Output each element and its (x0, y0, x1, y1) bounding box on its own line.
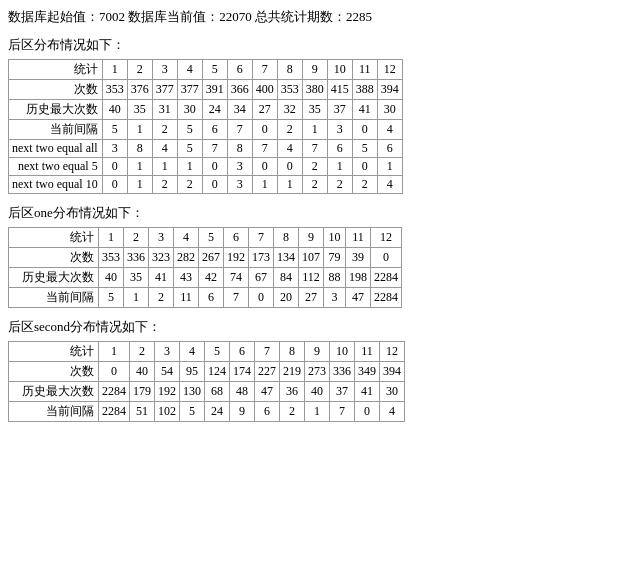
cell-value: 30 (377, 100, 402, 120)
table-row: 次数35333632328226719217313410779390 (9, 248, 402, 268)
cell-value: 1 (127, 176, 152, 194)
cell-value: 400 (252, 80, 277, 100)
cell-value: 179 (130, 382, 155, 402)
cell-value: 3 (227, 176, 252, 194)
cell-value: 1 (127, 158, 152, 176)
col-header-8: 8 (277, 60, 302, 80)
col-header-2: 2 (127, 60, 152, 80)
cell-value: 67 (249, 268, 274, 288)
cell-value: 4 (380, 402, 405, 422)
col-header-2: 2 (130, 342, 155, 362)
cell-value: 0 (202, 158, 227, 176)
cell-value: 376 (127, 80, 152, 100)
row-label: next two equal all (9, 140, 103, 158)
col-header-12: 12 (377, 60, 402, 80)
table-row: 当前间隔512567021304 (9, 120, 403, 140)
cell-value: 2 (280, 402, 305, 422)
cell-value: 68 (205, 382, 230, 402)
cell-value: 88 (324, 268, 346, 288)
cell-value: 5 (177, 140, 202, 158)
cell-value: 37 (327, 100, 352, 120)
cell-value: 1 (377, 158, 402, 176)
cell-value: 349 (355, 362, 380, 382)
cell-value: 7 (202, 140, 227, 158)
cell-value: 353 (277, 80, 302, 100)
cell-value: 323 (149, 248, 174, 268)
cell-value: 11 (174, 288, 199, 308)
section1-table: 统计123456789101112次数353376377377391366400… (8, 59, 403, 194)
cell-value: 173 (249, 248, 274, 268)
section2-title: 后区one分布情况如下： (8, 204, 632, 222)
col-header-6: 6 (230, 342, 255, 362)
col-label-header: 统计 (9, 228, 99, 248)
col-header-3: 3 (149, 228, 174, 248)
cell-value: 74 (224, 268, 249, 288)
cell-value: 366 (227, 80, 252, 100)
table-row: 历史最大次数4035414342746784112881982284 (9, 268, 402, 288)
table-row: 当前间隔2284511025249621704 (9, 402, 405, 422)
col-label-header: 统计 (9, 60, 103, 80)
cell-value: 84 (274, 268, 299, 288)
cell-value: 336 (330, 362, 355, 382)
cell-value: 336 (124, 248, 149, 268)
cell-value: 40 (130, 362, 155, 382)
cell-value: 6 (255, 402, 280, 422)
cell-value: 2284 (99, 402, 130, 422)
cell-value: 3 (327, 120, 352, 140)
cell-value: 4 (377, 120, 402, 140)
table-row: 历史最大次数22841791921306848473640374130 (9, 382, 405, 402)
cell-value: 2284 (371, 288, 402, 308)
col-header-2: 2 (124, 228, 149, 248)
cell-value: 3 (227, 158, 252, 176)
cell-value: 1 (152, 158, 177, 176)
cell-value: 41 (352, 100, 377, 120)
cell-value: 2 (327, 176, 352, 194)
cell-value: 40 (102, 100, 127, 120)
cell-value: 380 (302, 80, 327, 100)
col-header-10: 10 (327, 60, 352, 80)
cell-value: 282 (174, 248, 199, 268)
cell-value: 95 (180, 362, 205, 382)
cell-value: 3 (102, 140, 127, 158)
col-header-7: 7 (255, 342, 280, 362)
cell-value: 41 (355, 382, 380, 402)
cell-value: 35 (127, 100, 152, 120)
cell-value: 174 (230, 362, 255, 382)
cell-value: 7 (330, 402, 355, 422)
cell-value: 9 (230, 402, 255, 422)
cell-value: 79 (324, 248, 346, 268)
cell-value: 6 (202, 120, 227, 140)
cell-value: 415 (327, 80, 352, 100)
cell-value: 8 (127, 140, 152, 158)
cell-value: 41 (149, 268, 174, 288)
cell-value: 198 (346, 268, 371, 288)
cell-value: 0 (249, 288, 274, 308)
cell-value: 2 (152, 176, 177, 194)
col-header-7: 7 (252, 60, 277, 80)
cell-value: 394 (380, 362, 405, 382)
cell-value: 54 (155, 362, 180, 382)
cell-value: 394 (377, 80, 402, 100)
cell-value: 7 (252, 140, 277, 158)
col-header-10: 10 (324, 228, 346, 248)
col-header-6: 6 (224, 228, 249, 248)
col-header-1: 1 (102, 60, 127, 80)
cell-value: 353 (102, 80, 127, 100)
cell-value: 7 (224, 288, 249, 308)
cell-value: 1 (302, 120, 327, 140)
col-header-5: 5 (199, 228, 224, 248)
col-header-4: 4 (177, 60, 202, 80)
cell-value: 4 (152, 140, 177, 158)
row-label: 当前间隔 (9, 402, 99, 422)
cell-value: 47 (346, 288, 371, 308)
cell-value: 192 (224, 248, 249, 268)
col-header-8: 8 (274, 228, 299, 248)
col-header-3: 3 (155, 342, 180, 362)
cell-value: 0 (252, 158, 277, 176)
cell-value: 6 (199, 288, 224, 308)
cell-value: 124 (205, 362, 230, 382)
cell-value: 35 (124, 268, 149, 288)
cell-value: 5 (99, 288, 124, 308)
cell-value: 130 (180, 382, 205, 402)
col-header-5: 5 (202, 60, 227, 80)
